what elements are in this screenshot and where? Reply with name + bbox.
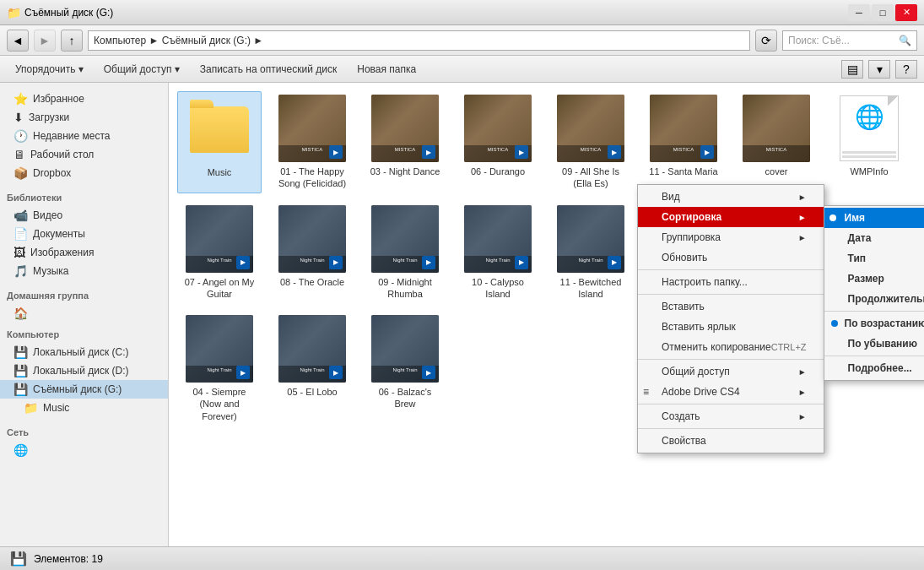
file-item-wmpinfo[interactable]: 🌐 WMPInfo xyxy=(827,91,911,193)
play-badge-07: ▶ xyxy=(236,256,250,269)
file-item-01[interactable]: MISTICA ▶ 01 - The Happy Song (Felicidad… xyxy=(270,91,354,193)
maximize-button[interactable]: □ xyxy=(872,4,894,21)
window-title: Съёмный диск (G:) xyxy=(24,7,113,19)
menu-item-properties[interactable]: Свойства xyxy=(638,431,824,451)
homegroup-icon: 🏠 xyxy=(14,307,28,320)
file-label-music: Music xyxy=(208,166,232,178)
file-item-03[interactable]: MISTICA ▶ 03 - Night Dance xyxy=(363,91,447,193)
ctx-sep5 xyxy=(638,428,824,429)
sidebar-label-drive-d: Локальный диск (D:) xyxy=(33,365,129,377)
file-thumb-07: Night Train ▶ xyxy=(186,205,253,273)
sidebar-label-drive-g: Съёмный диск (G:) xyxy=(33,383,122,395)
menu-label-properties: Свойства xyxy=(662,435,706,447)
documents-icon: 📄 xyxy=(14,227,28,241)
search-box[interactable]: Поиск: Съё... 🔍 xyxy=(782,30,917,51)
new-folder-button[interactable]: Новая папка xyxy=(349,59,424,79)
file-item-08[interactable]: Night Train ▶ 08 - The Oracle xyxy=(270,202,354,304)
libraries-section: 📹 Видео 📄 Документы 🖼 Изображения 🎵 Музы… xyxy=(0,206,168,280)
file-item-06[interactable]: MISTICA ▶ 06 - Durango xyxy=(456,91,540,193)
removable-drive-icon: 💾 xyxy=(10,551,27,567)
folder-shape xyxy=(190,106,249,153)
minimize-button[interactable]: ─ xyxy=(848,4,870,21)
back-button[interactable]: ◄ xyxy=(7,30,29,52)
file-item-04[interactable]: Night Train ▶ 04 - Siempre (Now and Fore… xyxy=(177,312,262,426)
computer-header: Компьютер xyxy=(0,326,168,343)
file-item-02[interactable]: Night Train ▶ 02 - Radio Argentina xyxy=(734,202,819,304)
file-label-03b: 03 - Pineapple Grove xyxy=(831,276,907,301)
file-item-05[interactable]: Night Train ▶ 05 - El Lobo xyxy=(270,312,354,426)
sidebar-item-homegroup[interactable]: 🏠 xyxy=(0,304,168,323)
sidebar-item-music[interactable]: 🎵 Музыка xyxy=(0,262,168,280)
sidebar-label-desktop: Рабочий стол xyxy=(30,149,94,160)
file-item-10[interactable]: Night Train ▶ 10 - Calypso Island xyxy=(456,202,540,304)
sidebar-label-favorites: Избранное xyxy=(33,93,84,105)
sidebar-item-drive-d[interactable]: 💾 Локальный диск (D:) xyxy=(0,361,168,380)
sidebar-item-video[interactable]: 📹 Видео xyxy=(0,206,168,225)
sidebar-item-drive-g[interactable]: 💾 Съёмный диск (G:) xyxy=(0,380,168,399)
sidebar-item-drive-c[interactable]: 💾 Локальный диск (C:) xyxy=(0,343,168,361)
refresh-button[interactable]: ⟳ xyxy=(755,30,777,52)
sidebar-item-music-folder[interactable]: 📁 Music xyxy=(0,399,168,417)
music-icon: 🎵 xyxy=(14,264,28,278)
album-art-cover: MISTICA xyxy=(743,95,810,162)
sidebar-item-recent[interactable]: 🕐 Недавние места xyxy=(0,127,168,145)
status-bar: 💾 Элементов: 19 xyxy=(0,546,924,570)
file-area[interactable]: Music MISTICA ▶ 01 - The Happy Song (Fel… xyxy=(169,83,924,546)
music-folder-icon: 📁 xyxy=(24,401,38,415)
file-item-06b[interactable]: Night Train ▶ 06 - Balzac's Brew xyxy=(363,312,447,426)
sidebar-item-dropbox[interactable]: 📦 Dropbox xyxy=(0,164,168,182)
file-thumb-03b: Night Train ▶ xyxy=(835,205,903,273)
share-button[interactable]: Общий доступ ▾ xyxy=(95,59,188,79)
download-icon: ⬇ xyxy=(14,111,24,124)
file-label-11a: 11 - Santa Maria xyxy=(649,166,717,177)
sidebar-item-desktop[interactable]: 🖥 Рабочий стол xyxy=(0,145,168,164)
sidebar-item-favorites[interactable]: ⭐ Избранное xyxy=(0,90,168,108)
folder-icon-small: 📁 xyxy=(7,6,21,19)
folder-thumb xyxy=(186,95,253,163)
file-item-cover[interactable]: MISTICA cover xyxy=(734,91,819,193)
file-thumb-11b: Night Train ▶ xyxy=(557,205,624,273)
file-thumb-wmpinfo: 🌐 xyxy=(835,95,903,162)
file-label-08: 08 - The Oracle xyxy=(280,276,344,288)
sidebar-item-network[interactable]: 🌐 xyxy=(0,441,168,459)
file-item-11b[interactable]: Night Train ▶ 11 - Bewitched Island xyxy=(548,202,633,304)
sidebar-item-images[interactable]: 🖼 Изображения xyxy=(0,243,168,262)
sidebar-item-documents[interactable]: 📄 Документы xyxy=(0,225,168,243)
play-badge-03b: ▶ xyxy=(886,256,900,269)
file-label-wmpinfo: WMPInfo xyxy=(850,166,888,177)
view-mode-button[interactable]: ▤ xyxy=(841,60,863,79)
sidebar-item-downloads[interactable]: ⬇ Загрузки xyxy=(0,108,168,127)
play-badge-03: ▶ xyxy=(422,145,435,159)
address-path[interactable]: Компьютер ► Съёмный диск (G:) ► xyxy=(88,30,750,51)
sidebar-label-drive-c: Локальный диск (C:) xyxy=(33,346,129,358)
images-icon: 🖼 xyxy=(14,246,25,259)
help-button[interactable]: ? xyxy=(895,60,917,79)
sidebar-label-dropbox: Dropbox xyxy=(33,167,71,179)
file-item-09a[interactable]: MISTICA ▶ 09 - All She Is (Ella Es) xyxy=(548,91,633,193)
forward-button[interactable]: ► xyxy=(34,30,56,52)
star-icon: ⭐ xyxy=(14,92,28,106)
file-item-09b[interactable]: Night Train ▶ 09 - Midnight Rhumba xyxy=(363,202,447,304)
favorites-section: ⭐ Избранное ⬇ Загрузки 🕐 Недавние места … xyxy=(0,90,168,182)
toolbar-right: ▤ ▾ ? xyxy=(841,60,917,79)
file-thumb-05: Night Train ▶ xyxy=(278,315,346,383)
dropbox-icon: 📦 xyxy=(14,166,28,180)
view-options-button[interactable]: ▾ xyxy=(868,60,890,79)
file-item-music[interactable]: Music xyxy=(177,91,262,193)
file-item-03b[interactable]: Night Train ▶ 03 - Pineapple Grove xyxy=(827,202,911,304)
organize-button[interactable]: Упорядочить ▾ xyxy=(7,59,92,79)
close-button[interactable]: ✕ xyxy=(895,4,917,21)
drive-g-icon: 💾 xyxy=(14,383,28,396)
file-item-01b[interactable]: Night Train ▶ 01 - L'Italiana xyxy=(641,202,726,304)
main-content: ⭐ Избранное ⬇ Загрузки 🕐 Недавние места … xyxy=(0,83,924,546)
play-badge-09b: ▶ xyxy=(422,256,435,269)
burn-button[interactable]: Записать на оптический диск xyxy=(192,59,346,79)
play-badge-01: ▶ xyxy=(329,145,343,159)
file-grid: Music MISTICA ▶ 01 - The Happy Song (Fel… xyxy=(177,91,916,426)
file-item-11a[interactable]: MISTICA ▶ 11 - Santa Maria xyxy=(641,91,726,193)
file-item-07[interactable]: Night Train ▶ 07 - Angel on My Guitar xyxy=(177,202,262,304)
computer-section: 💾 Локальный диск (C:) 💾 Локальный диск (… xyxy=(0,343,168,417)
up-button[interactable]: ↑ xyxy=(61,30,83,52)
status-count: Элементов: 19 xyxy=(34,553,103,565)
file-thumb-10: Night Train ▶ xyxy=(464,205,532,273)
